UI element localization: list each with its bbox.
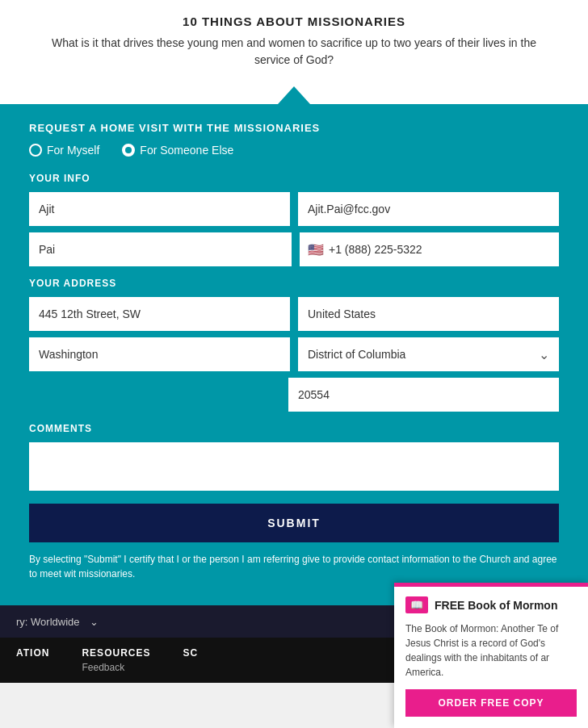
radio-circle-myself[interactable] [29,144,42,157]
radio-circle-someone[interactable] [122,144,135,157]
order-free-copy-button[interactable]: ORDER FREE COPY [405,689,577,717]
nav-resources-feedback[interactable]: Feedback [82,662,150,673]
last-name-input[interactable] [29,232,292,266]
submit-button[interactable]: SUBMIT [29,504,559,542]
page-title: 10 THINGS ABOUT MISSIONARIES [32,15,556,28]
phone-number: +1 (888) 225-5322 [329,243,422,256]
radio-group: For Myself For Someone Else [29,144,559,157]
radio-dot [125,147,132,153]
book-icon: 📖 [405,596,428,613]
nav-col-3: SC [183,647,198,673]
address-section: YOUR ADDRESS United States District of C… [29,278,559,412]
state-dropdown[interactable]: District of Columbia ⌄ [298,337,559,371]
radio-label-someone: For Someone Else [140,144,233,157]
comments-label: COMMENTS [29,423,559,434]
footer-chevron-icon: ⌄ [90,616,99,628]
your-info-label: YOUR INFO [29,173,559,184]
state-value: District of Columbia [308,348,405,361]
street-country-row: United States [29,297,559,331]
form-section: REQUEST A HOME VISIT WITH THE MISSIONARI… [0,104,588,605]
last-name-phone-row: 🇺🇸 +1 (888) 225-5322 [29,232,559,266]
comments-section: COMMENTS [29,423,559,494]
comments-textarea[interactable] [29,442,559,491]
zip-input[interactable] [288,378,559,412]
free-book-popup: 📖 FREE Book of Mormon The Book of Mormon… [394,583,588,728]
nav-col-2: RESOURCES Feedback [82,647,150,673]
zip-row [29,378,559,412]
chevron-down-icon: ⌄ [539,347,549,362]
email-input[interactable] [298,192,559,226]
popup-header: 📖 FREE Book of Mormon [405,596,577,613]
popup-text: The Book of Mormon: Another Te of Jesus … [405,621,577,680]
radio-label-myself: For Myself [47,144,99,157]
top-section: 10 THINGS ABOUT MISSIONARIES What is it … [0,0,588,86]
triangle-pointer [278,86,310,104]
nav-col3-title: SC [183,647,198,659]
phone-flag: 🇺🇸 [308,242,324,257]
street-input[interactable] [29,297,290,331]
nav-col1-title: ATION [16,647,49,659]
name-row [29,192,559,226]
country-label: ry: Worldwide [16,616,80,628]
nav-col2-title: RESOURCES [82,647,150,659]
radio-for-someone[interactable]: For Someone Else [122,144,233,157]
radio-for-myself[interactable]: For Myself [29,144,99,157]
first-name-input[interactable] [29,192,290,226]
city-state-row: District of Columbia ⌄ [29,337,559,371]
city-input[interactable] [29,337,290,371]
country-field: United States [298,297,559,331]
form-section-title: REQUEST A HOME VISIT WITH THE MISSIONARI… [29,122,559,134]
phone-field: 🇺🇸 +1 (888) 225-5322 [300,232,559,266]
country-value: United States [308,308,376,320]
nav-col-1: ATION [16,647,49,673]
popup-title: FREE Book of Mormon [435,599,557,612]
page-subtitle: What is it that drives these young men a… [32,35,556,69]
address-label: YOUR ADDRESS [29,278,559,289]
